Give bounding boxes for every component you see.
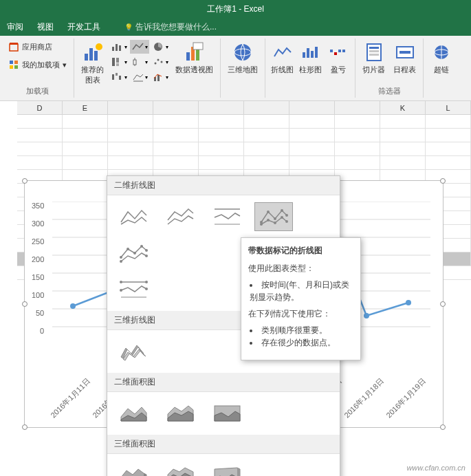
100-stacked-area-option[interactable] [208,399,246,428]
tab-review[interactable]: 审阅 [7,21,23,33]
slicer-button[interactable]: 切片器 [360,40,388,76]
sparkline-winloss-button[interactable]: 盈亏 [326,40,351,76]
col-header[interactable]: D [17,101,63,114]
col-header[interactable]: K [380,101,426,114]
svg-point-78 [140,245,143,248]
svg-point-62 [406,300,411,305]
line-markers-option[interactable] [254,202,293,231]
svg-rect-30 [196,50,199,61]
pie-chart-button[interactable]: ▾ [151,40,170,54]
svg-point-85 [120,289,122,292]
sparkline-winloss-icon [327,41,349,63]
chevron-down-icon: ▾ [124,74,127,80]
surface-chart-button[interactable]: ▾ [130,70,149,84]
svg-point-84 [145,281,148,283]
svg-rect-5 [14,65,18,69]
pivot-chart-button[interactable]: 数据透视图 [173,40,216,76]
chevron-down-icon: ▾ [124,44,127,50]
stacked-line-markers-option[interactable] [114,239,153,268]
slicer-icon [363,41,385,63]
svg-point-79 [145,249,148,252]
section-2d-area: 二维面积图 [107,373,340,392]
col-header[interactable]: E [63,101,108,114]
chart-tooltip: 带数据标记的折线图 使用此图表类型： 按时间(年、月和日)或类别显示趋势。 在下… [241,237,361,360]
waterfall-chart-button[interactable]: ▾ [109,70,129,84]
100-stacked-line-markers-option[interactable] [114,275,153,304]
worksheet-area[interactable]: D E K L 350 300 [0,101,471,476]
chevron-down-icon: ▾ [124,59,127,65]
svg-point-80 [120,260,122,263]
stacked-line-option[interactable] [161,202,199,231]
timeline-button[interactable]: 日程表 [391,40,419,76]
resize-handle[interactable] [440,178,446,184]
svg-rect-25 [119,76,121,80]
line-chart-option[interactable] [114,202,153,231]
svg-rect-47 [399,51,410,54]
tab-view[interactable]: 视图 [37,21,54,33]
resize-handle[interactable] [440,424,446,430]
chevron-down-icon: ▾ [145,74,148,80]
hyperlink-icon [430,41,452,63]
hyperlink-button[interactable]: 超链 [428,40,455,76]
svg-rect-36 [311,51,314,58]
y-tick: 350 [32,202,44,210]
svg-rect-3 [14,61,18,64]
svg-rect-15 [116,58,119,63]
combo-chart-button[interactable]: ▾ [151,70,170,84]
chevron-down-icon: ▾ [166,59,168,65]
svg-rect-41 [342,50,345,52]
col-header[interactable] [199,101,244,114]
recommended-charts-icon [82,41,104,63]
group-addins: 应用商店 我的加载项 ▾ 加载项 [1,39,74,98]
my-addins-button[interactable]: 我的加载项 ▾ [6,58,69,72]
resize-handle[interactable] [22,424,28,430]
section-3d-area: 三维面积图 [107,435,340,454]
statistic-chart-button[interactable]: ▾ [130,55,149,69]
col-header[interactable] [289,101,335,114]
tooltip-text: 在下列情况下使用它： [248,307,353,320]
col-header[interactable] [335,101,380,114]
area-option[interactable] [114,399,153,428]
100-stacked-line-option[interactable] [208,202,246,231]
column-chart-button[interactable]: ▾ [109,40,129,54]
3d-map-button[interactable]: 三维地图 [225,40,261,76]
svg-rect-43 [369,47,379,49]
stacked-area-option[interactable] [161,399,199,428]
svg-rect-40 [338,50,341,52]
col-header[interactable]: L [426,101,471,114]
resize-handle[interactable] [22,301,28,307]
recommended-charts-button[interactable]: 推荐的 图表 [78,40,107,87]
resize-handle[interactable] [440,301,446,307]
line-chart-button[interactable]: ▾ [130,40,149,54]
3d-stacked-area-option[interactable] [161,461,199,476]
pivot-chart-icon [184,41,206,63]
tab-developer[interactable]: 开发工具 [67,21,100,33]
chevron-down-icon: ▾ [166,74,168,80]
group-tours: 三维地图 [221,39,265,98]
col-header[interactable] [244,101,289,114]
svg-point-69 [285,214,288,217]
watermark: www.cfan.com.cn [406,464,465,472]
tooltip-title: 带数据标记的折线图 [248,245,353,257]
3d-line-option[interactable] [114,337,153,366]
tell-me-input[interactable]: 告诉我您想要做什么... [124,21,217,33]
hierarchy-chart-button[interactable]: ▾ [109,55,129,69]
svg-rect-2 [10,61,13,64]
svg-rect-27 [157,75,160,81]
svg-point-72 [274,221,276,224]
col-header[interactable] [153,101,199,114]
3d-area-option[interactable] [114,461,153,476]
sparkline-line-button[interactable]: 折线图 [270,40,295,76]
sparkline-column-button[interactable]: 柱形图 [298,40,323,76]
resize-handle[interactable] [22,178,28,184]
svg-rect-8 [94,51,98,61]
svg-rect-35 [307,48,309,58]
col-header[interactable] [108,101,153,114]
svg-rect-7 [89,48,93,61]
3d-100-stacked-area-option[interactable] [208,461,246,476]
scatter-chart-button[interactable]: ▾ [151,55,170,69]
svg-rect-10 [112,47,114,51]
store-button[interactable]: 应用商店 [6,40,55,54]
y-tick: 300 [32,219,44,228]
svg-rect-14 [112,58,115,66]
